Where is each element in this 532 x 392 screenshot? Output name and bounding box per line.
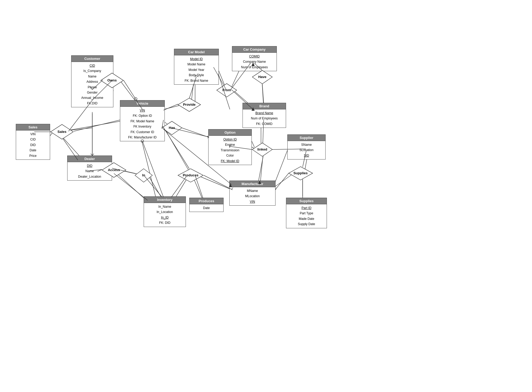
supplier-pk: SID	[290, 153, 323, 158]
car-company-attr-1: Company Name	[235, 59, 274, 64]
supplies-relationship: Supplies	[288, 166, 313, 181]
svg-line-121	[275, 189, 276, 190]
produces-relationship: Produces	[177, 168, 204, 183]
vehicle-body: VIN FK: Option ID FK: Model Name FK Inve…	[120, 107, 165, 141]
customer-header: Customer	[71, 56, 113, 62]
inventory-pk: In_ID	[147, 215, 183, 220]
car-model-header: Car Model	[174, 49, 219, 55]
linked-relationship: linked	[252, 142, 273, 157]
svg-text:Has: Has	[169, 126, 175, 130]
svg-line-90	[163, 104, 178, 110]
option-body: Option ID Engine Transmission Color FK: …	[209, 136, 252, 165]
sales-relationship: Sales	[50, 124, 74, 140]
sales-table-header: Sales	[16, 124, 50, 130]
supplier-body: SName SLocation SID	[288, 141, 325, 159]
owns-relationship: Owns	[100, 72, 124, 88]
from-relationship: From	[216, 83, 237, 98]
supplies-table-entity: Supplies Part ID Part Type Made Date Sup…	[286, 198, 327, 228]
svg-line-33	[258, 154, 264, 182]
manufacturer-attr-1: MName	[232, 188, 273, 193]
car-model-attr-2: Model Year	[177, 67, 216, 72]
vehicle-attr-5: FK: Manufacturer ID	[123, 135, 162, 140]
car-company-header: Car Company	[232, 46, 277, 53]
access-relationship: Access	[101, 162, 125, 179]
supplies-table-attr-2: Made Date	[289, 216, 324, 221]
sales-attr-3: DID	[19, 142, 47, 148]
vehicle-header: Vehicle	[120, 100, 165, 107]
vehicle-attr-4: FK: Customer ID	[123, 129, 162, 135]
brand-body: Brand Name Num of Employees FK: COMID	[243, 109, 286, 128]
svg-text:Access: Access	[108, 168, 120, 172]
svg-text:linked: linked	[257, 147, 267, 151]
has-relationship: Has	[161, 121, 182, 136]
inventory-entity: Inventory In_Name In_Location In_ID FK: …	[144, 196, 186, 227]
car-company-pk: COMID	[235, 54, 274, 59]
brand-entity: Brand Brand Name Num of Employees FK: CO…	[243, 103, 286, 128]
svg-line-108	[204, 175, 231, 189]
produces-table-entity: Produces Date	[189, 198, 224, 212]
vehicle-pk: VIN	[123, 108, 162, 113]
er-diagram: Customer CID Is_Company Name Address Pho…	[0, 0, 532, 392]
customer-attr-5: Gender	[74, 90, 110, 95]
option-attr-2: Transmission	[211, 148, 249, 153]
svg-line-74	[74, 120, 120, 131]
option-attr-4: FK: Model ID	[211, 158, 249, 164]
car-model-attr-4: FK: Brand Name	[177, 78, 216, 83]
vehicle-attr-2: FK: Model Name	[123, 119, 162, 124]
sales-attr-5: Price	[19, 153, 47, 158]
brand-pk: Brand Name	[245, 110, 283, 116]
customer-attr-7: FK:DID	[74, 101, 110, 106]
svg-line-7	[67, 121, 120, 130]
provide-relationship: Provide	[177, 98, 201, 112]
brand-header: Brand	[243, 103, 286, 109]
svg-line-98	[262, 84, 264, 103]
car-model-entity: Car Model Model ID Model Name Model Year…	[174, 49, 219, 85]
option-entity: Option Option ID Engine Transmission Col…	[208, 129, 252, 165]
produces-table-header: Produces	[190, 198, 223, 204]
supplier-entity: Supplier SName SLocation SID	[287, 134, 326, 159]
car-model-attr-3: Body Style	[177, 72, 216, 78]
inventory-body: In_Name In_Location In_ID FK: DID	[144, 203, 186, 227]
sales-table-entity: Sales VIN CID DID Date Price	[16, 124, 50, 160]
svg-text:Produces: Produces	[183, 173, 198, 177]
supplies-table-body: Part ID Part Type Made Date Supply Date	[286, 204, 327, 228]
option-header: Option	[209, 129, 252, 136]
inventory-header: Inventory	[144, 197, 186, 203]
svg-line-106	[260, 157, 263, 181]
manufacturer-entity: Manufacturer MName MLocation VIN	[229, 181, 275, 206]
car-model-pk: Model ID	[177, 56, 216, 62]
car-company-entity: Car Company COMID Company Name Num of Em…	[232, 46, 277, 71]
manufacturer-pk: VIN	[232, 199, 273, 204]
car-company-attr-2: Num of Employees	[235, 65, 274, 70]
have-relationship: Have	[252, 70, 273, 84]
car-company-body: COMID Company Name Num of Employees	[232, 53, 277, 71]
sales-attr-1: VIN	[19, 132, 47, 137]
sales-attr-2: CID	[19, 137, 47, 142]
produces-table-attr-1: Date	[192, 205, 221, 211]
vehicle-entity: Vehicle VIN FK: Option ID FK: Model Name…	[120, 100, 165, 141]
supplies-table-attr-3: Supply Date	[289, 221, 324, 227]
brand-attr-1: Num of Employees	[245, 116, 283, 121]
inventory-attr-2: In_Location	[147, 209, 183, 215]
manufacturer-header: Manufacturer	[230, 181, 275, 187]
sales-table-body: VIN CID DID Date Price	[16, 130, 50, 159]
brand-attr-2: FK: COMID	[245, 121, 283, 127]
in-relationship: In	[134, 168, 153, 183]
manufacturer-body: MName MLocation VIN	[230, 187, 275, 205]
svg-line-120	[275, 188, 277, 189]
inventory-attr-1: In_Name	[147, 204, 183, 209]
inventory-attr-3: FK: DID	[147, 220, 183, 225]
vehicle-attr-3: FK Inventory	[123, 124, 162, 129]
customer-attr-6: Annual_Income	[74, 95, 110, 100]
svg-text:In: In	[142, 173, 145, 177]
supplies-table-attr-1: Part Type	[289, 211, 324, 216]
manufacturer-attr-2: MLocation	[232, 193, 273, 199]
svg-line-77	[91, 154, 92, 156]
supplier-attr-1: SName	[290, 142, 323, 147]
dealer-header: Dealer	[67, 156, 112, 162]
svg-text:Owns: Owns	[107, 78, 117, 82]
supplies-table-header: Supplies	[286, 198, 327, 204]
svg-text:Sales: Sales	[57, 130, 66, 134]
sales-attr-4: Date	[19, 148, 47, 153]
produces-table-body: Date	[190, 204, 223, 212]
